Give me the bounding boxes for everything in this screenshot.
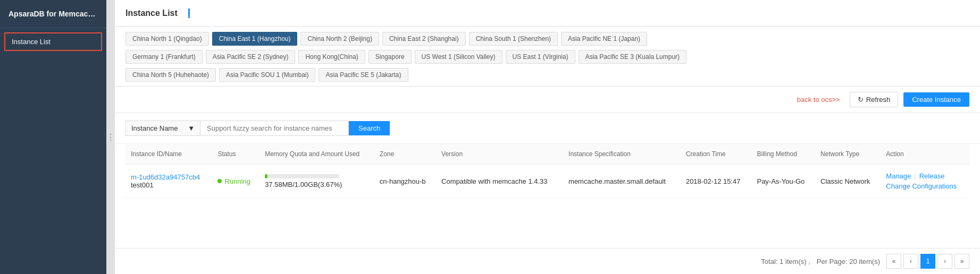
release-link[interactable]: Release [919, 172, 945, 180]
manage-link[interactable]: Manage [886, 172, 911, 180]
region-row-2: Germany 1 (Frankfurt) Asia Pacific SE 2 … [125, 50, 969, 64]
pagination-first-button[interactable]: « [886, 254, 901, 269]
region-tab-beijing[interactable]: China North 2 (Beijing) [300, 32, 379, 46]
region-tab-shenzhen[interactable]: China South 1 (Shenzhen) [469, 32, 558, 46]
region-tab-hongkong[interactable]: Hong Kong(China) [298, 50, 365, 64]
sidebar: ApsaraDB for Memcach... Instance List [0, 0, 106, 274]
action-divider: | [914, 172, 916, 180]
instances-table: Instance ID/Name Status Memory Quota and… [125, 144, 969, 198]
search-bar: Instance Name ▼ Search [115, 113, 980, 144]
region-tabs: China North 1 (Qingdao) China East 1 (Ha… [115, 27, 980, 87]
table-header-row: Instance ID/Name Status Memory Quota and… [125, 144, 969, 165]
create-instance-button[interactable]: Create Instance [903, 92, 969, 107]
main-content: Instance List China North 1 (Qingdao) Ch… [115, 0, 980, 274]
col-specification: Instance Specification [563, 144, 681, 165]
region-tab-virginia[interactable]: US East 1 (Virginia) [506, 50, 575, 64]
search-input[interactable] [200, 121, 349, 136]
instance-id-link[interactable]: m-1ud6d32a94757cb4 [131, 173, 207, 181]
status-dot [217, 179, 222, 183]
refresh-label: Refresh [866, 96, 891, 104]
version-cell: Compatible with memcache 1.4.33 [436, 165, 563, 198]
action-cell: Manage | Release Change Configurations [881, 165, 969, 198]
pagination-prev-button[interactable]: ‹ [903, 254, 918, 269]
search-type-select[interactable]: Instance Name ▼ [125, 121, 200, 136]
region-tab-jakarta[interactable]: Asia Pacific SE 5 (Jakarta) [319, 68, 408, 82]
page-title: Instance List [125, 8, 190, 18]
memory-cell: 37.58MB/1.00GB(3.67%) [259, 165, 374, 198]
sidebar-item-instance-list[interactable]: Instance List [4, 32, 102, 51]
region-tab-kuala-lumpur[interactable]: Asia Pacific SE 3 (Kuala Lumpur) [579, 50, 686, 64]
sidebar-title: ApsaraDB for Memcach... [0, 0, 106, 28]
region-row-3: China North 5 (Huhehaote) Asia Pacific S… [125, 68, 969, 82]
refresh-button[interactable]: ↻ Refresh [850, 92, 899, 107]
region-tab-hangzhou[interactable]: China East 1 (Hangzhou) [212, 32, 298, 46]
region-tab-qingdao[interactable]: China North 1 (Qingdao) [125, 32, 209, 46]
col-instance-id: Instance ID/Name [125, 144, 212, 165]
search-button[interactable]: Search [349, 121, 390, 135]
col-memory: Memory Quota and Amount Used [259, 144, 374, 165]
network-cell: Classic Network [815, 165, 881, 198]
chevron-down-icon: ▼ [188, 124, 195, 132]
zone-cell: cn-hangzhou-b [374, 165, 436, 198]
region-tab-singapore[interactable]: Singapore [368, 50, 412, 64]
region-tab-sydney[interactable]: Asia Pacific SE 2 (Sydney) [206, 50, 296, 64]
creation-time-cell: 2018-02-12 15:47 [681, 165, 752, 198]
specification-cell: memcache.master.small.default [563, 165, 681, 198]
region-tab-japan[interactable]: Asia Pacific NE 1 (Japan) [561, 32, 647, 46]
col-action: Action [881, 144, 969, 165]
footer: Total: 1 item(s) , Per Page: 20 item(s) … [115, 248, 980, 274]
pagination-last-button[interactable]: » [954, 254, 969, 269]
progress-bar-bg [265, 174, 339, 178]
back-to-ocs-link[interactable]: back to ocs>> [797, 96, 840, 104]
instance-id-cell: m-1ud6d32a94757cb4 test001 [125, 165, 212, 198]
header: Instance List [115, 0, 980, 27]
action-links: Manage | Release Change Configurations [886, 172, 964, 190]
region-row-1: China North 1 (Qingdao) China East 1 (Ha… [125, 32, 969, 46]
change-config-link[interactable]: Change Configurations [886, 182, 957, 190]
refresh-icon: ↻ [858, 96, 864, 104]
col-network: Network Type [815, 144, 881, 165]
memory-text: 37.58MB/1.00GB(3.67%) [265, 181, 342, 189]
pagination-current-button[interactable]: 1 [920, 254, 935, 269]
pagination: « ‹ 1 › » [886, 254, 969, 269]
progress-bar-fill [265, 174, 267, 178]
status-running: Running [217, 177, 254, 185]
region-tab-frankfurt[interactable]: Germany 1 (Frankfurt) [125, 50, 203, 64]
sidebar-collapse-handle[interactable]: ⋮ [106, 0, 115, 274]
col-creation-time: Creation Time [681, 144, 752, 165]
region-tab-shanghai[interactable]: China East 2 (Shanghai) [382, 32, 466, 46]
region-tab-huhehaote[interactable]: China North 5 (Huhehaote) [125, 68, 216, 82]
status-cell: Running [212, 165, 259, 198]
action-row-1: Manage | Release [886, 172, 964, 180]
billing-cell: Pay-As-You-Go [751, 165, 815, 198]
memory-progress: 37.58MB/1.00GB(3.67%) [265, 174, 339, 189]
per-page-label: Per Page: 20 item(s) [817, 258, 880, 266]
total-label: Total: 1 item(s) , [761, 258, 810, 266]
col-billing: Billing Method [751, 144, 815, 165]
table-row: m-1ud6d32a94757cb4 test001 Running [125, 165, 969, 198]
status-text: Running [224, 177, 250, 185]
action-row-2: Change Configurations [886, 182, 964, 190]
col-status: Status [212, 144, 259, 165]
region-tab-silicon-valley[interactable]: US West 1 (Silicon Valley) [415, 50, 502, 64]
col-version: Version [436, 144, 563, 165]
search-type-label: Instance Name [131, 124, 178, 132]
col-zone: Zone [374, 144, 436, 165]
instance-name: test001 [131, 181, 154, 189]
region-tab-mumbai[interactable]: Asia Pacific SOU 1 (Mumbai) [219, 68, 315, 82]
toolbar: back to ocs>> ↻ Refresh Create Instance [115, 87, 980, 113]
pagination-next-button[interactable]: › [937, 254, 952, 269]
table-container: Instance ID/Name Status Memory Quota and… [115, 144, 980, 248]
